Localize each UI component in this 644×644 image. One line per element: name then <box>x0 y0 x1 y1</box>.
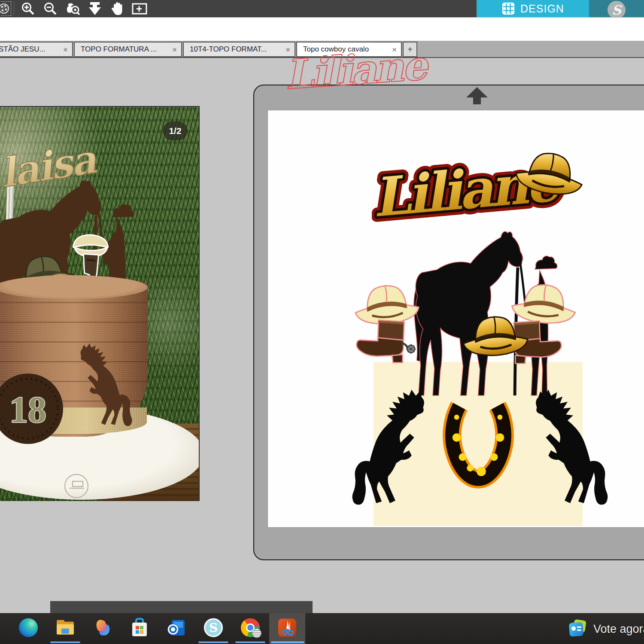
outlook-icon[interactable] <box>166 617 187 638</box>
silhouette-studio-icon[interactable]: S <box>203 617 224 638</box>
zoom-selection-button[interactable] <box>131 1 148 16</box>
running-indicator-chrome <box>235 641 265 643</box>
silhouette-studio-screen: DESIGN S RISTÃO JESU... × TOPO FORMATURA… <box>0 0 644 644</box>
doc-tab-2-close-icon[interactable]: × <box>172 46 177 54</box>
photo-horseshoe-18: 18 <box>0 368 69 450</box>
gold-hat-center[interactable] <box>459 304 532 364</box>
news-widget-button[interactable]: Vote agora <box>568 619 644 639</box>
chrome-icon[interactable] <box>240 617 261 638</box>
pan-hand-button[interactable] <box>109 1 126 16</box>
top-toolbar: DESIGN S <box>0 0 644 17</box>
copilot-icon[interactable] <box>92 617 113 638</box>
load-arrow-icon[interactable] <box>466 87 488 104</box>
design-grid-icon <box>501 2 515 15</box>
doc-tab-2[interactable]: TOPO FORMATURA ... × <box>74 42 182 57</box>
widgets-icon <box>568 619 587 639</box>
photo-cake-top <box>0 275 148 299</box>
mouse-zoom-button[interactable] <box>64 1 81 16</box>
silhouette-studio-active-icon[interactable] <box>277 617 298 638</box>
doc-tab-2-label: TOPO FORMATURA ... <box>81 45 168 54</box>
rearing-horse-right[interactable] <box>526 380 617 507</box>
zoom-out-button[interactable] <box>42 1 59 16</box>
brand-area: S <box>589 0 644 17</box>
horseshoe[interactable] <box>442 394 514 489</box>
fit-to-page-button[interactable] <box>86 1 103 16</box>
photo-plate-logo <box>64 474 88 498</box>
rearing-horse-left[interactable] <box>343 380 434 507</box>
windows-taskbar: S Vote ago <box>0 613 644 644</box>
edge-icon[interactable] <box>18 617 39 638</box>
reference-photo: 18 laisa 1/2 <box>0 106 200 501</box>
microsoft-store-icon[interactable] <box>129 617 150 638</box>
cowboy-boot-left[interactable] <box>352 318 419 366</box>
photo-cake-name: laisa <box>0 124 108 214</box>
design-tab[interactable]: DESIGN <box>477 0 589 17</box>
photo-rearing-horse <box>74 336 138 428</box>
running-indicator-silhouette <box>198 641 228 643</box>
zoom-in-button[interactable] <box>19 1 36 16</box>
photo-pager-badge: 1/2 <box>163 122 188 140</box>
bottom-dark-band <box>50 601 313 613</box>
svg-text:18: 18 <box>9 389 46 430</box>
toolbar-separator <box>14 1 14 16</box>
news-widget-label: Vote agora <box>593 623 644 636</box>
silhouette-logo[interactable]: S <box>608 1 626 19</box>
svg-text:Liliane: Liliane <box>283 45 431 98</box>
svg-text:laisa: laisa <box>0 136 100 197</box>
doc-tab-1-close-icon[interactable]: × <box>63 46 68 54</box>
running-indicator-active <box>271 641 304 643</box>
running-indicator-explorer <box>50 641 80 643</box>
doc-tab-3-label: 10T4-TOPO FORMAT... <box>190 45 281 54</box>
doc-tab-1-label: RISTÃO JESU... <box>0 45 59 54</box>
doc-tab-1[interactable]: RISTÃO JESU... × <box>0 42 73 57</box>
toolbar-lower-strip <box>0 18 644 41</box>
design-tab-label: DESIGN <box>520 3 564 15</box>
selected-name-outline[interactable]: Liliane <box>270 45 446 109</box>
chrome-badge-overlay <box>252 629 261 638</box>
color-ball-icon[interactable] <box>0 1 11 16</box>
color-ball-glyph <box>0 3 9 14</box>
file-explorer-icon[interactable] <box>55 617 76 638</box>
